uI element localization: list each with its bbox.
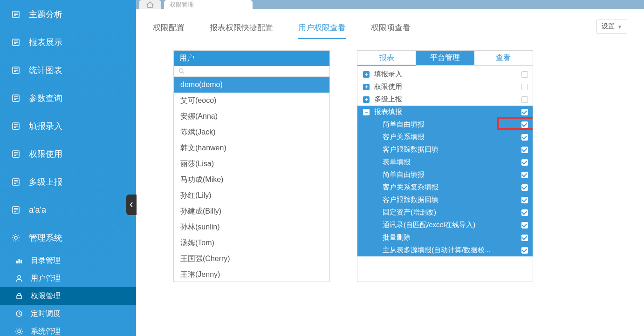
tree-row-child[interactable]: 通讯录(自匹配/excel在线导入) xyxy=(357,219,533,231)
tree-row-child[interactable]: 表单填报 xyxy=(357,156,533,168)
user-list-item[interactable]: 韩文(hanwen) xyxy=(174,140,329,156)
sidebar-item-label: 主题分析 xyxy=(29,9,62,20)
svg-line-52 xyxy=(17,329,18,330)
inner-tab-0[interactable]: 权限配置 xyxy=(153,22,185,39)
tree-row-child[interactable]: 简单自由填报 xyxy=(357,168,533,181)
tree-row-child[interactable]: 客户跟踪数据回填 xyxy=(357,143,533,156)
checkbox[interactable] xyxy=(521,247,528,254)
sidebar-sub-item-4[interactable]: 系统管理 xyxy=(0,323,136,336)
gear-icon xyxy=(11,233,21,242)
tree-label: 权限使用 xyxy=(374,82,521,91)
sidebar-sub-item-1[interactable]: 用户管理 xyxy=(0,269,136,287)
svg-line-55 xyxy=(17,333,18,334)
settings-dropdown[interactable]: 设置 ▼ xyxy=(596,20,627,34)
user-search-input[interactable] xyxy=(174,66,329,77)
user-list-item[interactable]: 艾可(eoco) xyxy=(174,93,329,108)
sidebar-sub-item-3[interactable]: 定时调度 xyxy=(0,305,136,323)
sidebar-item-7[interactable]: a'a'a xyxy=(0,196,136,224)
tree-row[interactable]: +多级上报 xyxy=(357,93,533,106)
perm-tab-view[interactable]: 查看 xyxy=(474,51,533,65)
tree-row-child[interactable]: 客户关系填报 xyxy=(357,131,533,143)
sidebar-collapse-handle[interactable] xyxy=(126,195,137,215)
sidebar-item-0[interactable]: 主题分析 xyxy=(0,0,136,28)
svg-line-57 xyxy=(183,72,185,74)
tree-label: 通讯录(自匹配/excel在线导入) xyxy=(374,221,521,229)
perm-tab-report[interactable]: 报表 xyxy=(357,51,416,66)
tree-label: 客户关系填报 xyxy=(374,133,521,141)
tree-label: 多级上报 xyxy=(374,95,521,104)
checkbox[interactable] xyxy=(521,147,528,153)
tree-row-child[interactable]: 批量删除 xyxy=(357,231,533,244)
search-icon xyxy=(178,68,185,74)
sidebar-item-1[interactable]: 报表展示 xyxy=(0,28,136,56)
checkbox[interactable] xyxy=(521,235,528,241)
user-list-item[interactable]: 陈斌(Jack) xyxy=(174,124,329,140)
sidebar-item-4[interactable]: 填报录入 xyxy=(0,112,136,140)
user-list-item[interactable]: 孙建成(Billy) xyxy=(174,203,329,219)
collapse-icon[interactable]: − xyxy=(363,109,370,115)
checkbox[interactable] xyxy=(521,71,528,78)
checkbox[interactable] xyxy=(521,184,528,191)
page-tab[interactable]: 权限管理 xyxy=(164,0,253,9)
tree-row[interactable]: +权限使用 xyxy=(357,81,533,93)
tree-row-child[interactable]: 主从表多源填报(自动计算/数据校... xyxy=(357,244,533,256)
tree-label: 简单自由填报 xyxy=(374,120,521,129)
doc-icon xyxy=(11,94,21,103)
tree-row-child[interactable]: 客户跟踪数据回填 xyxy=(357,194,533,206)
checkbox[interactable] xyxy=(521,197,528,203)
tree-row-expanded[interactable]: −报表填报 xyxy=(357,106,533,118)
svg-rect-43 xyxy=(21,260,22,263)
sidebar-item-8[interactable]: 管理系统 xyxy=(0,224,136,252)
person-icon xyxy=(15,274,23,282)
sidebar-sub-item-0[interactable]: 目录管理 xyxy=(0,252,136,269)
sidebar-item-label: 参数查询 xyxy=(29,93,62,104)
user-list-item[interactable]: 王国强(Cherry) xyxy=(174,251,329,267)
doc-icon xyxy=(11,121,21,131)
checkbox[interactable] xyxy=(521,84,528,90)
svg-line-39 xyxy=(18,235,19,236)
permission-panel: 报表 平台管理 查看 +参数查询+填报录入+权限使用+多级上报−报表填报简单自由… xyxy=(357,50,533,282)
inner-tab-1[interactable]: 报表权限快捷配置 xyxy=(210,22,273,39)
sidebar-item-label: 填报录入 xyxy=(29,121,62,132)
checkbox[interactable] xyxy=(521,134,528,141)
expand-icon[interactable]: + xyxy=(363,71,370,78)
checkbox[interactable] xyxy=(521,96,528,103)
home-tab[interactable] xyxy=(139,0,161,9)
gear-icon xyxy=(15,327,23,336)
sidebar-item-3[interactable]: 参数查询 xyxy=(0,84,136,112)
user-list-item[interactable]: 丽莎(Lisa) xyxy=(174,156,329,172)
sidebar-item-label: 管理系统 xyxy=(29,232,62,243)
sidebar-sub-item-2[interactable]: 权限管理 xyxy=(0,287,136,305)
expand-icon[interactable]: + xyxy=(363,96,370,103)
expand-icon[interactable]: + xyxy=(363,84,370,90)
user-list-item[interactable]: demo(demo) xyxy=(174,77,329,93)
user-list-item[interactable]: 王琳(Jenny) xyxy=(174,267,329,282)
inner-tab-3[interactable]: 权限项查看 xyxy=(371,22,411,39)
sidebar-item-2[interactable]: 统计图表 xyxy=(0,56,136,84)
inner-tab-2[interactable]: 用户权限查看 xyxy=(298,22,346,39)
checkbox[interactable] xyxy=(521,109,528,115)
perm-tab-platform[interactable]: 平台管理 xyxy=(416,51,474,65)
sidebar-item-6[interactable]: 多级上报 xyxy=(0,168,136,196)
checkbox[interactable] xyxy=(521,172,528,178)
user-list-item[interactable]: 孙红(Lily) xyxy=(174,188,329,203)
tree-row-child[interactable]: 简单自由填报 xyxy=(357,118,533,131)
spacer xyxy=(363,121,370,128)
checkbox[interactable] xyxy=(521,222,528,228)
user-list-item[interactable]: 汤姆(Tom) xyxy=(174,235,329,251)
sidebar-item-5[interactable]: 权限使用 xyxy=(0,140,136,168)
sidebar-item-label: a'a'a xyxy=(29,205,46,215)
tree-row-child[interactable]: 固定资产(增删改) xyxy=(357,206,533,219)
tree-row[interactable]: +填报录入 xyxy=(357,68,533,81)
tree-label: 客户关系复杂填报 xyxy=(374,183,521,192)
user-list-item[interactable]: 孙林(sunlin) xyxy=(174,219,329,235)
checkbox[interactable] xyxy=(521,209,528,216)
tree-row-child[interactable]: 客户关系复杂填报 xyxy=(357,181,533,194)
checkbox[interactable] xyxy=(521,121,528,128)
tree-label: 主从表多源填报(自动计算/数据校... xyxy=(374,246,521,255)
checkbox[interactable] xyxy=(521,159,528,166)
user-list-item[interactable]: 马功成(Mike) xyxy=(174,172,329,188)
lock-icon xyxy=(15,292,23,300)
settings-label: 设置 xyxy=(602,22,615,31)
user-list-item[interactable]: 安娜(Anna) xyxy=(174,108,329,124)
